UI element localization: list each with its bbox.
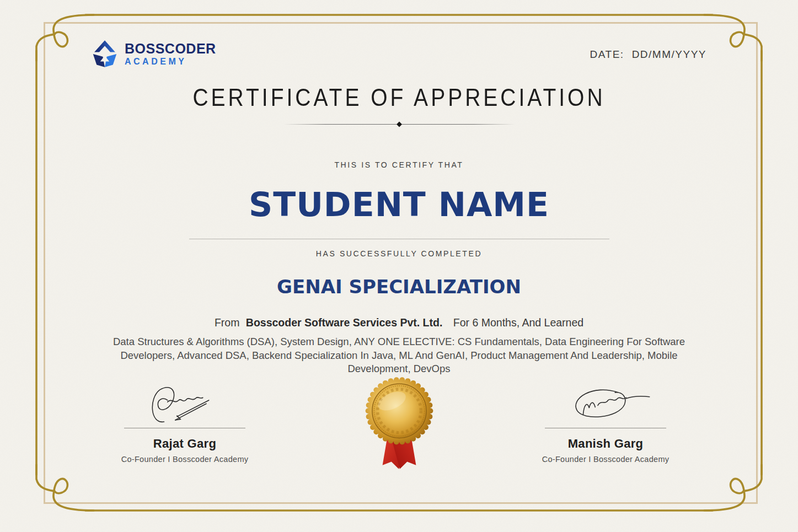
signatory-right: Manish Garg Co-Founder I Bosscoder Acade… — [539, 380, 672, 464]
diamond-divider-icon — [397, 122, 402, 127]
title-divider — [283, 122, 515, 127]
brand-subname: ACADEMY — [125, 57, 216, 67]
brand-logo: BOSSCODER ACADEMY — [92, 40, 216, 68]
signatory-name: Manish Garg — [539, 437, 672, 451]
company-name: Bosscoder Software Services Pvt. Ltd. — [246, 316, 443, 329]
program-name: GENAI SPECIALIZATION — [0, 276, 798, 298]
signatory-left: Rajat Garg Co-Founder I Bosscoder Academ… — [119, 380, 251, 464]
from-suffix: For 6 Months, And Learned — [453, 316, 583, 329]
signatory-name: Rajat Garg — [119, 437, 251, 451]
signature-line — [545, 428, 666, 428]
rajat-garg-signature-icon — [124, 380, 245, 428]
course-list: Data Structures & Algorithms (DSA), Syst… — [111, 335, 687, 376]
date-value: DD/MM/YYYY — [632, 49, 706, 60]
signatory-role: Co-Founder I Bosscoder Academy — [119, 455, 251, 464]
manish-garg-signature-icon — [545, 380, 666, 428]
certificate-canvas: BOSSCODER ACADEMY DATE:DD/MM/YYYY CERTIF… — [0, 0, 798, 532]
signatory-role: Co-Founder I Bosscoder Academy — [539, 455, 672, 464]
from-prefix: From — [215, 316, 240, 329]
completed-line: HAS SUCCESSFULLY COMPLETED — [0, 249, 798, 258]
brand-name: BOSSCODER — [125, 41, 216, 56]
bosscoder-logo-icon — [92, 40, 118, 68]
date-label: DATE: — [590, 49, 624, 60]
from-line: From Bosscoder Software Services Pvt. Lt… — [0, 316, 798, 329]
certificate-title: CERTIFICATE OF APPRECIATION — [0, 85, 798, 110]
gold-medal-icon — [357, 370, 441, 473]
certify-line: THIS IS TO CERTIFY THAT — [0, 160, 798, 169]
signature-line — [124, 428, 245, 428]
date-field: DATE:DD/MM/YYYY — [590, 49, 706, 61]
student-name-underline — [189, 239, 609, 239]
student-name: STUDENT NAME — [0, 185, 798, 224]
